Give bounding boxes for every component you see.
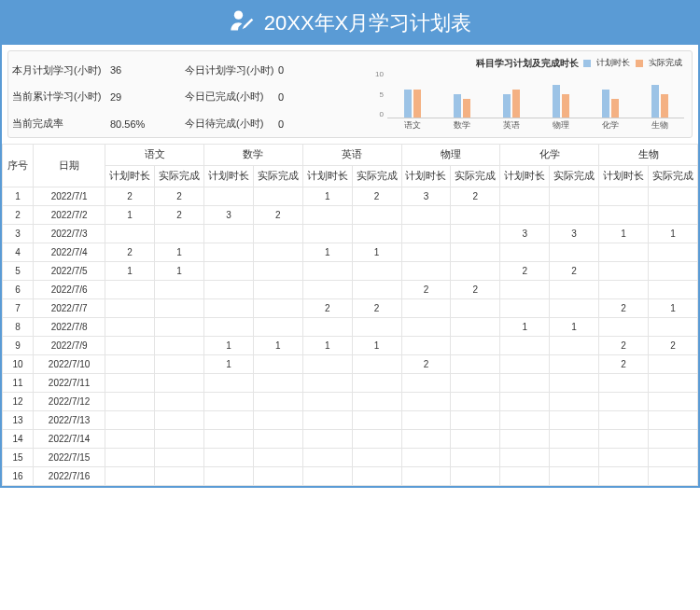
- cell-value[interactable]: [155, 467, 204, 486]
- cell-value[interactable]: [451, 299, 500, 318]
- cell-value[interactable]: 2: [352, 299, 401, 318]
- cell-value[interactable]: [401, 374, 451, 393]
- cell-value[interactable]: [253, 430, 302, 449]
- cell-value[interactable]: [648, 187, 697, 206]
- cell-value[interactable]: [648, 449, 697, 467]
- cell-value[interactable]: 1: [302, 337, 352, 355]
- cell-value[interactable]: [401, 430, 451, 449]
- cell-value[interactable]: [155, 393, 204, 411]
- cell-value[interactable]: [500, 206, 550, 225]
- cell-value[interactable]: [105, 355, 155, 374]
- cell-value[interactable]: [105, 281, 155, 299]
- cell-value[interactable]: [401, 449, 451, 467]
- cell-value[interactable]: [203, 225, 253, 243]
- cell-value[interactable]: 2: [451, 281, 500, 299]
- cell-value[interactable]: [550, 337, 599, 355]
- cell-value[interactable]: 1: [302, 187, 352, 206]
- cell-value[interactable]: [500, 299, 550, 318]
- cell-value[interactable]: 1: [352, 243, 401, 262]
- cell-value[interactable]: [550, 449, 599, 467]
- cell-value[interactable]: [550, 430, 599, 449]
- cell-value[interactable]: [105, 337, 155, 355]
- cell-value[interactable]: 1: [155, 262, 204, 281]
- cell-value[interactable]: [451, 374, 500, 393]
- cell-value[interactable]: [302, 411, 352, 430]
- cell-value[interactable]: [203, 281, 253, 299]
- cell-value[interactable]: [451, 393, 500, 411]
- cell-value[interactable]: [401, 337, 451, 355]
- cell-value[interactable]: [203, 411, 253, 430]
- cell-value[interactable]: [203, 262, 253, 281]
- cell-value[interactable]: [451, 225, 500, 243]
- cell-value[interactable]: [451, 449, 500, 467]
- cell-value[interactable]: [253, 243, 302, 262]
- cell-value[interactable]: [155, 225, 204, 243]
- cell-value[interactable]: [203, 393, 253, 411]
- cell-value[interactable]: [352, 430, 401, 449]
- cell-value[interactable]: [203, 374, 253, 393]
- cell-value[interactable]: 1: [105, 262, 155, 281]
- cell-value[interactable]: 2: [155, 206, 204, 225]
- cell-value[interactable]: [155, 430, 204, 449]
- cell-value[interactable]: [401, 318, 451, 337]
- cell-value[interactable]: 2: [550, 262, 599, 281]
- cell-value[interactable]: 1: [203, 337, 253, 355]
- cell-value[interactable]: [451, 243, 500, 262]
- cell-value[interactable]: [253, 187, 302, 206]
- cell-value[interactable]: [105, 430, 155, 449]
- cell-value[interactable]: 2: [155, 187, 204, 206]
- cell-value[interactable]: [203, 243, 253, 262]
- cell-value[interactable]: [253, 225, 302, 243]
- cell-value[interactable]: [500, 374, 550, 393]
- cell-value[interactable]: [599, 374, 649, 393]
- cell-value[interactable]: 2: [253, 206, 302, 225]
- cell-value[interactable]: [451, 337, 500, 355]
- cell-value[interactable]: [401, 243, 451, 262]
- cell-value[interactable]: [599, 281, 649, 299]
- cell-value[interactable]: [648, 393, 697, 411]
- cell-value[interactable]: [253, 355, 302, 374]
- cell-value[interactable]: [550, 281, 599, 299]
- cell-value[interactable]: [451, 411, 500, 430]
- cell-value[interactable]: [352, 262, 401, 281]
- cell-value[interactable]: [500, 337, 550, 355]
- cell-value[interactable]: [352, 206, 401, 225]
- cell-value[interactable]: [500, 355, 550, 374]
- cell-value[interactable]: [203, 449, 253, 467]
- cell-value[interactable]: [648, 262, 697, 281]
- cell-value[interactable]: [253, 449, 302, 467]
- cell-value[interactable]: [352, 467, 401, 486]
- cell-value[interactable]: [599, 206, 649, 225]
- cell-value[interactable]: [451, 430, 500, 449]
- cell-value[interactable]: [253, 411, 302, 430]
- cell-value[interactable]: [401, 262, 451, 281]
- cell-value[interactable]: [253, 374, 302, 393]
- cell-value[interactable]: [500, 281, 550, 299]
- cell-value[interactable]: [401, 393, 451, 411]
- cell-value[interactable]: [352, 374, 401, 393]
- cell-value[interactable]: [155, 355, 204, 374]
- cell-value[interactable]: [155, 299, 204, 318]
- cell-value[interactable]: [648, 355, 697, 374]
- cell-value[interactable]: [599, 243, 649, 262]
- cell-value[interactable]: 1: [599, 225, 649, 243]
- cell-value[interactable]: [155, 337, 204, 355]
- cell-value[interactable]: [253, 318, 302, 337]
- cell-value[interactable]: [105, 374, 155, 393]
- cell-value[interactable]: 2: [599, 299, 649, 318]
- cell-value[interactable]: [302, 318, 352, 337]
- cell-value[interactable]: [302, 467, 352, 486]
- cell-value[interactable]: [155, 318, 204, 337]
- cell-value[interactable]: 1: [155, 243, 204, 262]
- cell-value[interactable]: [451, 318, 500, 337]
- cell-value[interactable]: [500, 467, 550, 486]
- cell-value[interactable]: [253, 262, 302, 281]
- cell-value[interactable]: [451, 206, 500, 225]
- cell-value[interactable]: [302, 449, 352, 467]
- cell-value[interactable]: 2: [648, 337, 697, 355]
- cell-value[interactable]: [105, 467, 155, 486]
- cell-value[interactable]: [648, 318, 697, 337]
- cell-value[interactable]: [105, 299, 155, 318]
- cell-value[interactable]: [105, 393, 155, 411]
- cell-value[interactable]: 2: [451, 187, 500, 206]
